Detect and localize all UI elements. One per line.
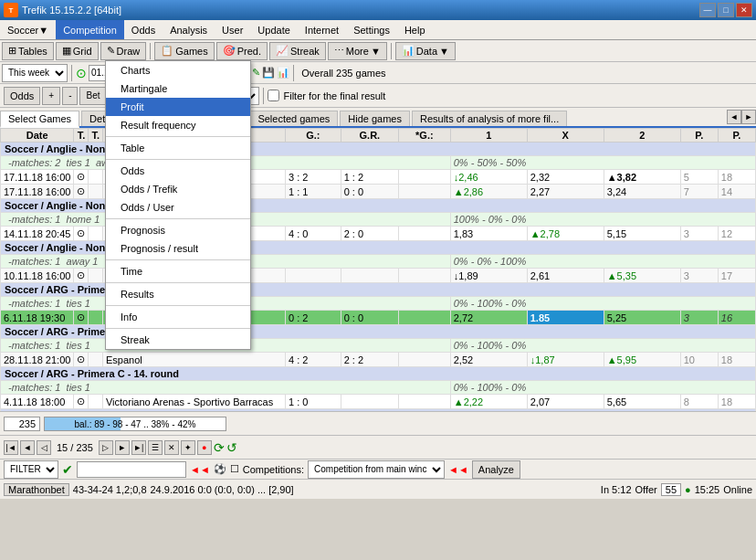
tab-results[interactable]: Results of analysis of more fil... xyxy=(412,111,567,126)
prev-page-btn[interactable]: ◄ xyxy=(727,110,741,124)
drop-prognosis[interactable]: Prognosis xyxy=(106,221,250,239)
grid-icon: ▦ xyxy=(62,45,71,57)
separator1 xyxy=(150,43,151,59)
col-g2: *G.: xyxy=(398,129,450,143)
filter-checkbox[interactable] xyxy=(268,90,279,101)
drop-odds-trefik[interactable]: Odds / Trefik xyxy=(106,180,250,198)
tab-select-games[interactable]: Select Games xyxy=(0,111,79,128)
filter-select[interactable]: FILTER xyxy=(4,460,58,479)
data-icon: 📊 xyxy=(402,45,415,57)
menu-competition[interactable]: Competition xyxy=(56,20,124,39)
save-icon: 💾 xyxy=(262,67,275,79)
menu-user[interactable]: User xyxy=(215,20,250,39)
games-icon: 📋 xyxy=(161,45,173,57)
arrow-right-icon[interactable]: ◄◄ xyxy=(448,464,468,475)
draw-icon: ✎ xyxy=(107,45,115,57)
halftime-field[interactable]: 1st_halftime xyxy=(77,461,186,478)
separator2 xyxy=(391,43,392,59)
next-page-btn[interactable]: ► xyxy=(741,110,756,124)
drop-info[interactable]: Info xyxy=(106,308,250,326)
separator8 xyxy=(263,88,264,104)
toolbar1: ⊞ Tables ▦ Grid ✎ Draw 📋 Games 🎯 Pred. 📈… xyxy=(0,40,756,62)
bookmaker-label: Marathonbet xyxy=(4,483,69,496)
pred-button[interactable]: 🎯 Pred. xyxy=(216,42,268,60)
more-button[interactable]: ⋯ More ▼ xyxy=(328,42,387,60)
arrow-left-icon[interactable]: ◄◄ xyxy=(190,464,210,475)
drop-odds-user[interactable]: Odds / User xyxy=(106,198,250,217)
bet-button[interactable]: Bet xyxy=(79,87,106,105)
streak-button[interactable]: 📈 Streak xyxy=(269,42,326,60)
table-row[interactable]: 28.11.18 21:00 ⊙ Espanol 4 : 22 : 2 2,52… xyxy=(1,353,756,367)
table-row[interactable]: 4.11.18 18:00 ⊙ Victoriano Arenas - Spor… xyxy=(1,395,756,409)
drop-result-freq[interactable]: Result frequency xyxy=(106,116,250,134)
menu-update[interactable]: Update xyxy=(250,20,297,39)
menu-help[interactable]: Help xyxy=(397,20,433,39)
titlebar-buttons: — □ ✕ xyxy=(699,3,752,17)
more-icon: ⋯ xyxy=(334,45,344,57)
first-btn[interactable]: |◄ xyxy=(4,440,18,455)
games-button[interactable]: 📋 Games xyxy=(154,42,214,60)
col-gr: G.R. xyxy=(341,129,398,143)
in-label: In 5:12 xyxy=(601,484,632,495)
prev-step-btn[interactable]: ◁ xyxy=(37,440,51,455)
odds-button[interactable]: Odds xyxy=(4,87,40,105)
drop-streak[interactable]: Streak xyxy=(106,331,250,349)
balance-text: bal.: 89 - 98 - 47 .. 38% - 42% xyxy=(45,417,226,432)
filter-label: Filter for the final result xyxy=(284,90,386,101)
next-btn[interactable]: ► xyxy=(115,440,130,455)
data-button[interactable]: 📊 Data ▼ xyxy=(395,42,456,60)
maximize-button[interactable]: □ xyxy=(718,3,734,17)
select-all-btn[interactable]: ☰ xyxy=(148,440,163,455)
tables-button[interactable]: ⊞ Tables xyxy=(2,42,54,60)
drop-results[interactable]: Results xyxy=(106,285,250,303)
menu-soccer[interactable]: Soccer ▼ xyxy=(0,20,56,39)
comp-checkbox[interactable]: ☐ xyxy=(230,463,239,475)
menu-settings[interactable]: Settings xyxy=(346,20,397,39)
tab-hide[interactable]: Hide games xyxy=(340,111,410,126)
drop-table[interactable]: Table xyxy=(106,139,250,157)
plus-button[interactable]: + xyxy=(42,87,60,105)
draw-button[interactable]: ✎ Draw xyxy=(100,42,147,60)
last-btn[interactable]: ►| xyxy=(131,440,146,455)
competitions-select[interactable]: Competition from main winc xyxy=(308,460,445,479)
menu-odds[interactable]: Odds xyxy=(124,20,163,39)
menu-internet[interactable]: Internet xyxy=(298,20,346,39)
next-step-btn[interactable]: ▷ xyxy=(99,440,113,455)
prev-btn[interactable]: ◄ xyxy=(20,440,35,455)
col-date: Date xyxy=(1,129,74,143)
deselect-btn[interactable]: ✕ xyxy=(164,440,179,455)
bet-info: 43-34-24 1,2;0,8 xyxy=(73,484,147,495)
drop-sep3 xyxy=(106,218,250,219)
refresh-icon[interactable]: ⊙ xyxy=(76,66,87,80)
menu-analysis[interactable]: Analysis xyxy=(163,20,215,39)
titlebar: T Trefik 15.15.2.2 [64bit] — □ ✕ xyxy=(0,0,756,20)
statusbar3: FILTER ✔ 1st_halftime ◄◄ ⚽ ☐ Competition… xyxy=(0,459,756,479)
drop-prognosis-result[interactable]: Prognosis / result xyxy=(106,239,250,258)
week-select[interactable]: This week xyxy=(2,64,68,82)
drop-sep7 xyxy=(106,328,250,329)
drop-charts[interactable]: Charts xyxy=(106,61,250,79)
stop-btn[interactable]: ● xyxy=(197,440,212,455)
app-icon: T xyxy=(4,3,18,17)
soccer-ball-icon: ⚽ xyxy=(214,463,226,475)
tab-selected[interactable]: Selected games xyxy=(249,111,338,126)
drop-profit[interactable]: Profit xyxy=(106,98,250,116)
drop-sep1 xyxy=(106,136,250,137)
drop-sep2 xyxy=(106,159,250,160)
col-p2: P. xyxy=(718,129,755,143)
offer-value: 55 xyxy=(661,483,681,496)
analyze-button[interactable]: Analyze xyxy=(472,460,520,479)
drop-martingale[interactable]: Martingale xyxy=(106,79,250,98)
minimize-button[interactable]: — xyxy=(699,3,716,17)
drop-odds[interactable]: Odds xyxy=(106,162,250,180)
refresh-icon2[interactable]: ↺ xyxy=(226,440,237,455)
dropdown-menu: Charts Martingale Profit Result frequenc… xyxy=(105,60,251,350)
close-button[interactable]: ✕ xyxy=(736,3,752,17)
grid-button[interactable]: ▦ Grid xyxy=(56,42,99,60)
refresh-green-icon[interactable]: ⟳ xyxy=(214,440,225,455)
mark-btn[interactable]: ✦ xyxy=(181,440,195,455)
drop-time[interactable]: Time xyxy=(106,262,250,280)
titlebar-title: Trefik 15.15.2.2 [64bit] xyxy=(22,5,121,16)
minus-button[interactable]: - xyxy=(62,87,78,105)
separator3 xyxy=(71,65,72,81)
